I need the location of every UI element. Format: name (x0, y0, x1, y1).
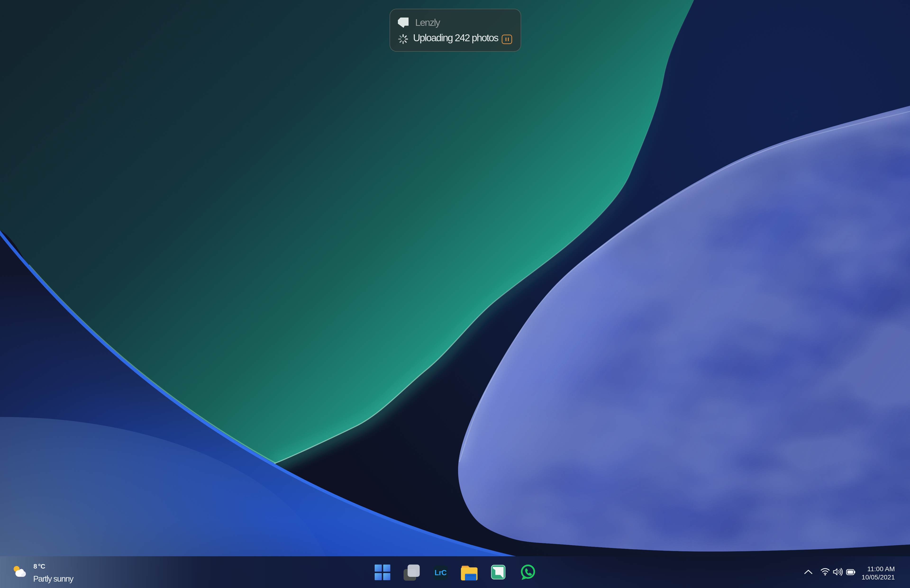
svg-text:LrC: LrC (435, 569, 447, 577)
